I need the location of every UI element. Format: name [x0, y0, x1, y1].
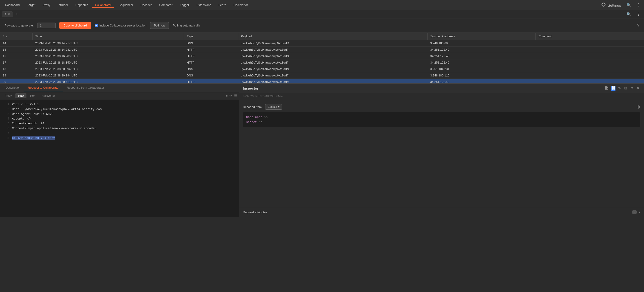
word-wrap-icon[interactable]: ≡: [226, 94, 228, 98]
bottom-panel: Description Request to Collaborator Resp…: [0, 83, 644, 217]
nav-logger[interactable]: Logger: [177, 2, 192, 8]
nav-dashboard[interactable]: Dashboard: [2, 2, 23, 8]
cell-payload: uywkxrh5o7yl6c9iauwoewp6xx3orff4: [238, 59, 427, 66]
tab-response-from-collaborator[interactable]: Response from Collaborator: [63, 84, 108, 92]
tab-1[interactable]: 1 ✕: [2, 12, 13, 17]
svg-rect-3: [605, 88, 608, 89]
code-line: 5Content-Length: 24: [4, 121, 235, 126]
cell-ip: 34.251.122.40: [427, 47, 536, 53]
cell-type: DNS: [184, 72, 238, 79]
subtab-hackvertor[interactable]: Hackvertor: [39, 93, 58, 98]
inspector-gear-icon[interactable]: ⚙: [630, 85, 634, 91]
cell-time: 2023-Feb-26 23:38:18.350 UTC: [32, 59, 184, 66]
subtab-raw[interactable]: Raw: [16, 93, 26, 98]
table-row[interactable]: 162023-Feb-26 23:38:16.283 UTCHTTPuywkxr…: [0, 53, 644, 59]
interactions-table-scroll[interactable]: # ▲ Time Type Payload Source IP address …: [0, 33, 644, 83]
tab-request-to-collaborator[interactable]: Request to Collaborator: [24, 84, 63, 92]
nav-intruder[interactable]: Intruder: [54, 2, 71, 8]
cell-num: 17: [0, 59, 32, 66]
cell-comment: [536, 66, 644, 72]
subtab-pretty[interactable]: Pretty: [2, 93, 14, 98]
nav-sequencer[interactable]: Sequencer: [116, 2, 136, 8]
line-number: 5: [4, 121, 9, 126]
col-time[interactable]: Time: [32, 33, 184, 40]
subtab-hex[interactable]: Hex: [27, 93, 38, 98]
nav-collaborator[interactable]: Collaborator: [92, 2, 114, 8]
request-attributes-label: Request attributes: [243, 210, 267, 214]
code-line: 4Accept: */*: [4, 117, 235, 121]
include-location-input[interactable]: [95, 24, 98, 27]
interactions-table-container: # ▲ Time Type Payload Source IP address …: [0, 33, 644, 83]
tab-bar: 1 ✕ + 🔍 ⋮: [0, 10, 644, 19]
table-row[interactable]: 182023-Feb-26 23:38:20.394 UTCDNSuywkxrh…: [0, 66, 644, 72]
decoded-line-1: node_apps \n: [246, 115, 637, 120]
col-comment[interactable]: Comment: [536, 33, 644, 40]
align-left-icon[interactable]: [604, 86, 609, 91]
request-attributes-row[interactable]: Request attributes 2 ▾: [239, 207, 644, 217]
collapse-icon[interactable]: ⊟: [624, 85, 628, 91]
table-row[interactable]: 172023-Feb-26 23:38:18.350 UTCHTTPuywkxr…: [0, 59, 644, 66]
newline-icon[interactable]: \n: [229, 94, 232, 98]
nav-hackvertor[interactable]: Hackvertor: [230, 2, 251, 8]
cell-comment: [536, 72, 644, 79]
inspector-close-icon[interactable]: ✕: [636, 85, 640, 91]
tab-add-button[interactable]: +: [14, 12, 20, 17]
cell-type: HTTP: [184, 79, 238, 84]
inspector-panel: Inspector ⇅ ⊟ ⚙ ✕ bm9kZV9hc: [239, 84, 644, 217]
help-icon[interactable]: ?: [637, 23, 640, 28]
decoded-from-label: Decoded from:: [243, 105, 262, 109]
line-number: 4: [4, 117, 9, 121]
include-location-checkbox[interactable]: Include Collaborator server location: [95, 24, 146, 27]
tab-1-close[interactable]: ✕: [8, 13, 10, 16]
search-icon[interactable]: 🔍: [625, 2, 633, 8]
svg-rect-1: [605, 86, 608, 87]
request-attributes-badge: 2: [632, 210, 637, 214]
col-ip[interactable]: Source IP address: [427, 33, 536, 40]
nav-proxy[interactable]: Proxy: [40, 2, 54, 8]
copy-to-clipboard-button[interactable]: Copy to clipboard: [59, 22, 91, 29]
payloads-input[interactable]: [37, 23, 56, 28]
table-row[interactable]: 192023-Feb-26 23:38:20.394 UTCDNSuywkxrh…: [0, 72, 644, 79]
table-row[interactable]: 142023-Feb-26 23:38:14.217 UTCDNSuywkxrh…: [0, 40, 644, 47]
tab-search-icon[interactable]: 🔍: [625, 11, 633, 17]
tab-description[interactable]: Description: [2, 84, 24, 92]
decoded-value-box: node_apps \n secret \n: [243, 112, 640, 127]
nav-decoder[interactable]: Decoder: [137, 2, 155, 8]
sort-icon[interactable]: ⇅: [617, 85, 622, 91]
cell-num: 20: [0, 79, 32, 84]
poll-now-button[interactable]: Poll now: [150, 22, 169, 29]
col-num[interactable]: # ▲: [0, 33, 32, 40]
columns-icon[interactable]: [611, 86, 616, 91]
nav-repeater[interactable]: Repeater: [72, 2, 91, 8]
line-number: 1: [4, 102, 9, 107]
top-nav: Dashboard Target Proxy Intruder Repeater…: [0, 0, 644, 10]
col-payload[interactable]: Payload: [238, 33, 427, 40]
nav-learn[interactable]: Learn: [215, 2, 229, 8]
line-number: 2: [4, 107, 9, 112]
table-row[interactable]: 152023-Feb-26 23:38:14.232 UTCHTTPuywkxr…: [0, 47, 644, 53]
table-row[interactable]: 202023-Feb-26 23:38:20.411 UTCHTTPuywkxr…: [0, 79, 644, 84]
menu-icon[interactable]: ⋮: [635, 2, 642, 8]
svg-rect-2: [605, 87, 608, 88]
settings-button[interactable]: Settings: [600, 2, 623, 9]
cell-comment: [536, 40, 644, 47]
tab-menu-icon[interactable]: ⋮: [635, 11, 642, 17]
cell-payload: uywkxrh5o7yl6c9iauwoewp6xx3orff4: [238, 53, 427, 59]
code-line: 3User-Agent: curl/7.68.0: [4, 112, 235, 117]
code-line: 7: [4, 131, 235, 136]
code-line: 6Content-Type: application/x-www-form-ur…: [4, 126, 235, 131]
highlighted-code: bm9kZV9hcHBzCnNlY3JldAo=: [12, 136, 55, 140]
decoded-add-button[interactable]: ⊕: [636, 104, 640, 110]
decoded-format-value: Base64: [268, 105, 277, 108]
nav-target[interactable]: Target: [24, 2, 39, 8]
cell-type: HTTP: [184, 53, 238, 59]
col-type[interactable]: Type: [184, 33, 238, 40]
cell-payload: uywkxrh5o7yl6c9iauwoewp6xx3orff4: [238, 66, 427, 72]
cell-num: 15: [0, 47, 32, 53]
cell-num: 18: [0, 66, 32, 72]
nav-extensions[interactable]: Extensions: [193, 2, 214, 8]
menu-dots-icon[interactable]: ☰: [234, 94, 237, 98]
decoded-format-select[interactable]: Base64 ▾: [265, 104, 282, 110]
cell-payload: uywkxrh5o7yl6c9iauwoewp6xx3orff4: [238, 40, 427, 47]
nav-comparer[interactable]: Comparer: [156, 2, 176, 8]
